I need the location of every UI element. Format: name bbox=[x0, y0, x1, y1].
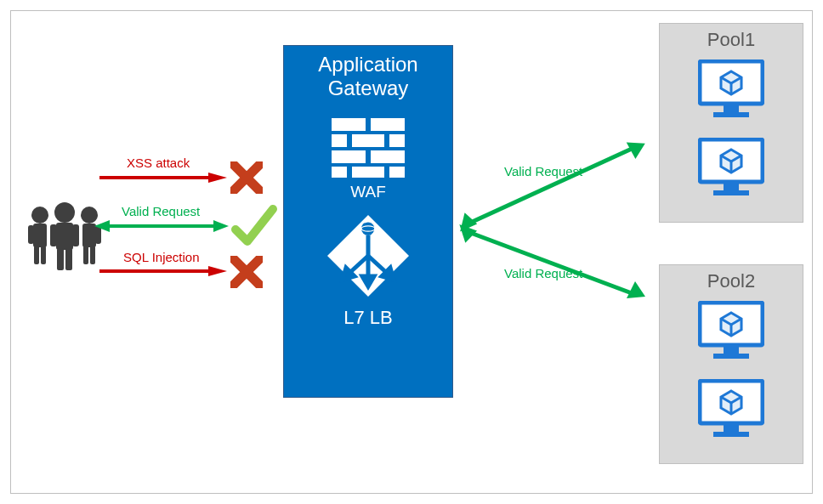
svg-rect-25 bbox=[371, 118, 405, 131]
svg-rect-11 bbox=[56, 223, 73, 250]
svg-rect-4 bbox=[41, 246, 46, 264]
vm-icon bbox=[698, 301, 764, 364]
svg-rect-32 bbox=[352, 167, 384, 178]
pool1-title: Pool1 bbox=[660, 29, 803, 51]
svg-rect-1 bbox=[33, 224, 47, 247]
vm-icon bbox=[698, 59, 764, 122]
valid-request-arrow-left bbox=[94, 220, 229, 232]
svg-rect-27 bbox=[352, 134, 384, 147]
svg-rect-75 bbox=[724, 425, 739, 432]
svg-rect-67 bbox=[724, 347, 739, 354]
load-balancer-icon bbox=[326, 213, 411, 298]
x-icon-top bbox=[230, 161, 263, 194]
svg-rect-26 bbox=[332, 134, 347, 147]
svg-rect-24 bbox=[332, 118, 366, 131]
svg-rect-13 bbox=[72, 224, 79, 246]
diagram-canvas: XSS attack Valid Request SQL Injection A… bbox=[10, 10, 813, 494]
l7-lb-label: L7 LB bbox=[284, 307, 452, 329]
svg-marker-19 bbox=[94, 220, 110, 232]
valid-request-label-left: Valid Request bbox=[122, 204, 200, 218]
pool2-title: Pool2 bbox=[660, 270, 803, 292]
vm-icon bbox=[698, 138, 764, 201]
gateway-title-line1: Application bbox=[284, 53, 452, 76]
svg-rect-2 bbox=[28, 225, 34, 244]
svg-rect-3 bbox=[34, 246, 39, 264]
svg-point-0 bbox=[31, 207, 48, 224]
svg-rect-14 bbox=[57, 248, 64, 270]
svg-rect-59 bbox=[724, 184, 739, 190]
svg-rect-60 bbox=[713, 190, 749, 195]
svg-rect-12 bbox=[50, 224, 57, 246]
svg-marker-49 bbox=[627, 281, 645, 298]
svg-rect-9 bbox=[90, 246, 95, 264]
svg-rect-52 bbox=[713, 112, 749, 117]
svg-marker-17 bbox=[208, 173, 227, 183]
svg-rect-15 bbox=[65, 248, 72, 270]
svg-rect-33 bbox=[389, 167, 405, 178]
gateway-title-line2: Gateway bbox=[284, 76, 452, 100]
sql-injection-arrow bbox=[99, 266, 227, 276]
checkmark-icon bbox=[230, 202, 278, 250]
vm-icon bbox=[698, 379, 764, 442]
svg-rect-28 bbox=[389, 134, 405, 147]
svg-marker-20 bbox=[213, 220, 229, 232]
svg-line-44 bbox=[468, 149, 632, 224]
svg-rect-29 bbox=[332, 150, 366, 163]
x-icon-bottom bbox=[230, 256, 263, 288]
users-icon bbox=[28, 198, 101, 271]
svg-rect-68 bbox=[713, 354, 749, 359]
valid-request-label-top: Valid Request bbox=[504, 164, 582, 178]
application-gateway-box: Application Gateway bbox=[283, 45, 453, 398]
svg-rect-31 bbox=[332, 167, 347, 178]
pool1-box: Pool1 bbox=[659, 23, 803, 223]
svg-marker-22 bbox=[208, 266, 227, 276]
svg-line-47 bbox=[468, 232, 632, 293]
firewall-icon bbox=[332, 118, 405, 178]
svg-rect-8 bbox=[83, 246, 88, 264]
pool2-box: Pool2 bbox=[659, 264, 803, 464]
waf-label: WAF bbox=[284, 183, 452, 201]
svg-rect-76 bbox=[713, 432, 749, 437]
valid-request-label-bottom: Valid Request bbox=[504, 266, 582, 280]
sql-injection-label: SQL Injection bbox=[123, 250, 200, 264]
svg-point-10 bbox=[54, 202, 75, 223]
xss-arrow bbox=[99, 173, 227, 183]
svg-rect-51 bbox=[724, 105, 739, 112]
svg-rect-30 bbox=[371, 150, 405, 163]
xss-attack-label: XSS attack bbox=[127, 156, 190, 170]
